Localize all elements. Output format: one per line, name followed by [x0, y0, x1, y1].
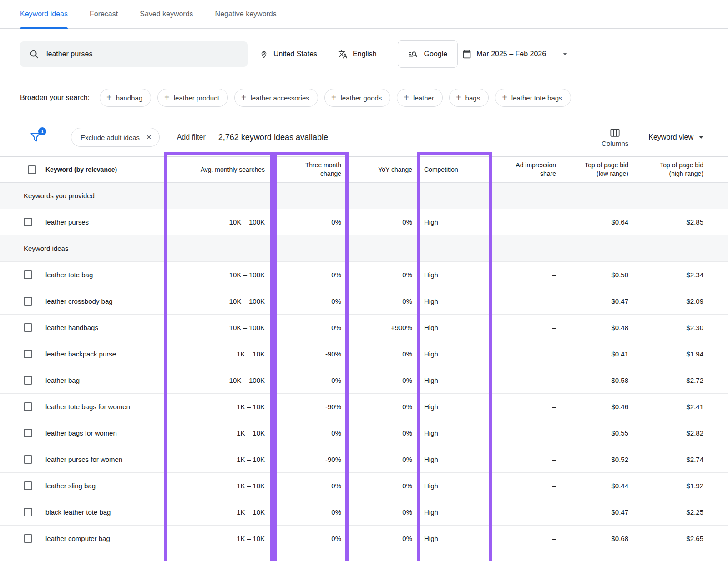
close-icon[interactable]: ✕ [146, 133, 152, 141]
broaden-chip[interactable]: +leather [397, 89, 443, 107]
row-checkbox[interactable] [24, 218, 32, 226]
keyword-row[interactable]: leather purses10K – 100K0%0%High–$0.64$2… [0, 209, 728, 235]
add-filter-button[interactable]: Add filter [177, 133, 206, 141]
yoy-change-cell: 0% [349, 367, 417, 394]
yoy-change-cell: 0% [349, 394, 417, 420]
plus-icon: + [331, 93, 337, 102]
header-top-bid-high[interactable]: Top of page bid (high range) [635, 157, 728, 183]
keyword-row[interactable]: leather tote bags for women1K – 10K-90%0… [0, 394, 728, 420]
yoy-change-cell: 0% [349, 288, 417, 315]
checkbox-cell [0, 526, 40, 544]
row-checkbox[interactable] [24, 481, 32, 490]
row-checkbox[interactable] [24, 376, 32, 385]
language-selector[interactable]: English [338, 50, 376, 59]
row-checkbox[interactable] [24, 323, 32, 332]
broaden-chip[interactable]: +leather product [157, 89, 228, 107]
exclude-adult-ideas-chip[interactable]: Exclude adult ideas ✕ [71, 128, 160, 147]
checkbox-cell [0, 341, 40, 367]
top-bid-low-cell: $0.48 [563, 315, 635, 341]
keyword-cell: leather tote bag [40, 262, 164, 288]
broaden-chips: +handbag+leather product+leather accesso… [100, 89, 571, 107]
keyword-cell: leather bags for women [40, 420, 164, 446]
keyword-row[interactable]: black leather tote bag1K – 10K0%0%High–$… [0, 499, 728, 526]
three-month-change-cell: 0% [273, 499, 349, 526]
plus-icon: + [456, 93, 461, 102]
broaden-chip-label: leather accessories [251, 94, 309, 102]
keyword-row[interactable]: leather bags for women1K – 10K0%0%High–$… [0, 420, 728, 446]
keyword-row[interactable]: leather sling bag1K – 10K0%0%High–$0.44$… [0, 473, 728, 499]
keyword-cell: leather tote bags for women [40, 394, 164, 420]
keyword-cell: leather purses [40, 209, 164, 235]
chevron-down-icon [563, 53, 567, 55]
header-yoy-change[interactable]: YoY change [349, 157, 417, 183]
row-checkbox[interactable] [24, 429, 32, 437]
header-keyword[interactable]: Keyword (by relevance) [40, 157, 164, 183]
keyword-search-input[interactable]: leather purses [20, 41, 248, 67]
competition-cell: High [417, 341, 492, 367]
top-bid-high-cell: $1.92 [635, 473, 728, 499]
checkbox-cell [0, 262, 40, 288]
broaden-chip[interactable]: +leather accessories [234, 89, 318, 107]
top-bid-low-cell: $0.58 [563, 367, 635, 394]
row-checkbox[interactable] [24, 297, 32, 306]
top-bid-low-cell: $0.47 [563, 288, 635, 315]
avg-monthly-searches-cell: 1K – 10K [164, 473, 273, 499]
top-bid-low-cell: $0.44 [563, 473, 635, 499]
tab-label: Negative keywords [215, 10, 277, 18]
language-label: English [353, 50, 376, 58]
keyword-table: Keyword (by relevance) Avg. monthly sear… [0, 156, 728, 544]
checkbox-cell [0, 499, 40, 526]
select-all-checkbox[interactable] [28, 165, 36, 174]
yoy-change-cell: 0% [349, 499, 417, 526]
avg-monthly-searches-cell: 1K – 10K [164, 341, 273, 367]
section-row: Keywords you provided [0, 183, 728, 209]
header-competition[interactable]: Competition [417, 157, 492, 183]
header-top-bid-low[interactable]: Top of page bid (low range) [563, 157, 635, 183]
row-checkbox[interactable] [24, 508, 32, 516]
columns-button[interactable]: Columns [602, 128, 628, 147]
broaden-search-label: Broaden your search: [20, 94, 90, 102]
keyword-view-dropdown[interactable]: Keyword view [648, 133, 703, 141]
broaden-chip[interactable]: +handbag [100, 89, 151, 107]
keyword-row[interactable]: leather crossbody bag10K – 100K0%0%High–… [0, 288, 728, 315]
plus-icon: + [241, 93, 247, 102]
filter-bar: 1 Exclude adult ideas ✕ Add filter 2,762… [0, 118, 728, 156]
keyword-row[interactable]: leather computer bag1K – 10K0%0%High–$0.… [0, 526, 728, 544]
row-checkbox[interactable] [24, 534, 32, 543]
location-selector[interactable]: United States [259, 50, 317, 59]
keyword-cell: leather bag [40, 367, 164, 394]
table-header-row: Keyword (by relevance) Avg. monthly sear… [0, 157, 728, 183]
table-scroll-area[interactable]: Keyword (by relevance) Avg. monthly sear… [0, 156, 728, 544]
avg-monthly-searches-cell: 1K – 10K [164, 499, 273, 526]
header-three-month-change[interactable]: Three month change [273, 157, 349, 183]
keyword-row[interactable]: leather purses for women1K – 10K-90%0%Hi… [0, 446, 728, 473]
keyword-row[interactable]: leather tote bag10K – 100K0%0%High–$0.50… [0, 262, 728, 288]
network-selector[interactable]: Google [398, 40, 458, 68]
keyword-row[interactable]: leather handbags10K – 100K0%+900%High–$0… [0, 315, 728, 341]
keyword-row[interactable]: leather backpack purse1K – 10K-90%0%High… [0, 341, 728, 367]
tab-negative-keywords[interactable]: Negative keywords [215, 0, 277, 28]
header-avg-monthly-searches[interactable]: Avg. monthly searches [164, 157, 273, 183]
broaden-chip[interactable]: +leather tote bags [495, 89, 571, 107]
tab-keyword-ideas[interactable]: Keyword ideas [20, 0, 68, 28]
filter-button[interactable]: 1 [29, 131, 43, 144]
date-range-selector[interactable]: Mar 2025 – Feb 2026 [462, 50, 567, 59]
row-checkbox[interactable] [24, 350, 32, 358]
checkbox-cell [0, 446, 40, 473]
avg-monthly-searches-cell: 1K – 10K [164, 526, 273, 544]
row-checkbox[interactable] [24, 455, 32, 464]
broaden-chip[interactable]: +bags [449, 89, 489, 107]
yoy-change-cell: 0% [349, 446, 417, 473]
row-checkbox[interactable] [24, 402, 32, 411]
tab-forecast[interactable]: Forecast [90, 0, 118, 28]
ad-impression-share-cell: – [492, 446, 563, 473]
header-ad-impression-share[interactable]: Ad impression share [492, 157, 563, 183]
yoy-change-cell: 0% [349, 473, 417, 499]
tab-saved-keywords[interactable]: Saved keywords [140, 0, 193, 28]
broaden-chip[interactable]: +leather goods [324, 89, 391, 107]
row-checkbox[interactable] [24, 270, 32, 279]
competition-cell: High [417, 288, 492, 315]
three-month-change-cell: 0% [273, 367, 349, 394]
competition-cell: High [417, 394, 492, 420]
keyword-row[interactable]: leather bag10K – 100K0%0%High–$0.58$2.72 [0, 367, 728, 394]
